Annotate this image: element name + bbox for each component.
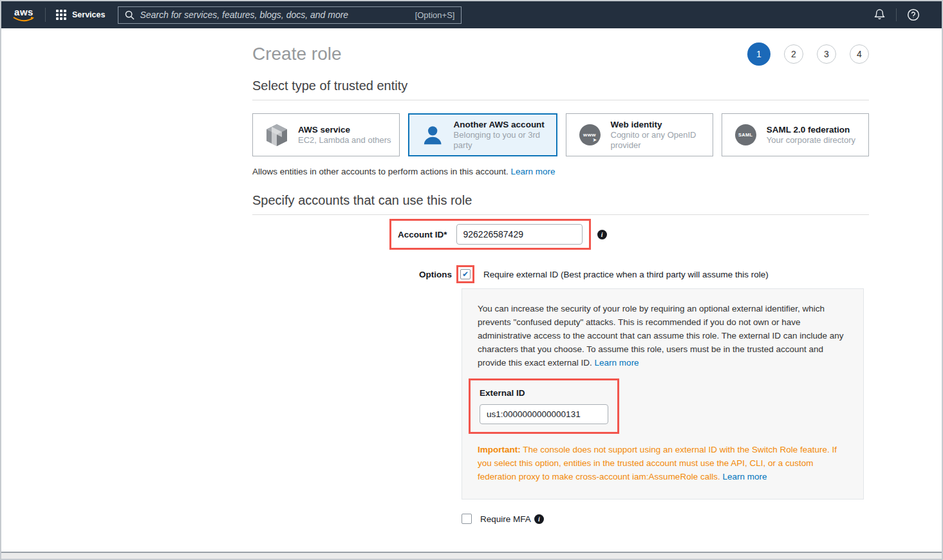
account-id-row: Account ID* i	[252, 219, 869, 250]
search-input[interactable]	[140, 10, 415, 20]
trusted-entity-description: Allows entities in other accounts to per…	[252, 167, 869, 176]
annotation-box-account-id: Account ID*	[389, 219, 591, 250]
check-icon: ✔	[462, 270, 469, 278]
card-saml-federation[interactable]: SAML SAML 2.0 federation Your corporate …	[722, 113, 869, 156]
nav-divider	[45, 8, 46, 22]
wizard-step-1[interactable]: 1	[747, 42, 770, 66]
learn-more-link[interactable]: Learn more	[595, 358, 639, 368]
account-id-input[interactable]	[456, 224, 583, 245]
aws-smile-swoosh-icon	[13, 17, 35, 23]
annotation-box-external-id-checkbox: ✔	[456, 265, 474, 283]
wizard-step-2[interactable]: 2	[784, 44, 803, 64]
card-title: Another AWS account	[454, 119, 556, 130]
require-external-id-checkbox[interactable]: ✔	[460, 269, 471, 279]
external-id-input[interactable]	[480, 404, 608, 424]
global-search-box[interactable]: [Option+S]	[118, 6, 462, 24]
card-another-aws-account[interactable]: Another AWS account Belonging to you or …	[408, 113, 557, 156]
require-mfa-label: Require MFA	[480, 514, 531, 524]
info-icon[interactable]: i	[534, 514, 544, 524]
services-label: Services	[72, 10, 105, 19]
search-icon	[125, 10, 135, 20]
search-shortcut-hint: [Option+S]	[415, 10, 455, 20]
require-mfa-checkbox[interactable]	[462, 514, 472, 524]
require-mfa-row: Require MFA i	[462, 514, 869, 524]
aws-logo-text: aws	[14, 8, 33, 17]
notifications-bell-icon[interactable]	[863, 8, 896, 21]
trusted-entity-cards: AWS service EC2, Lambda and others Anoth…	[252, 113, 869, 156]
wizard-step-3[interactable]: 3	[817, 44, 836, 64]
top-navigation-bar: aws Services [Option+S]	[1, 1, 942, 28]
help-icon[interactable]	[897, 8, 930, 21]
trusted-entity-heading: Select type of trusted entity	[252, 79, 869, 100]
www-icon: www ➤	[579, 124, 601, 145]
services-menu-button[interactable]: Services	[56, 10, 105, 20]
wizard-steps: 1 2 3 4	[747, 42, 869, 66]
aws-console-window: aws Services [Option+S]	[0, 0, 943, 560]
external-id-description: You can increase the security of your ro…	[478, 302, 848, 369]
card-subtitle: Cognito or any OpenID provider	[611, 130, 713, 151]
main-content: Create role 1 2 3 4 Select type of trust…	[252, 28, 869, 560]
card-subtitle: Your corporate directory	[767, 135, 855, 145]
info-icon[interactable]: i	[597, 230, 607, 239]
services-grid-icon	[56, 10, 66, 20]
card-title: AWS service	[298, 124, 391, 135]
card-aws-service[interactable]: AWS service EC2, Lambda and others	[252, 113, 400, 156]
card-subtitle: EC2, Lambda and others	[298, 135, 391, 145]
page-title: Create role	[252, 44, 342, 64]
nav-right-group	[863, 8, 930, 21]
person-icon	[422, 124, 443, 146]
window-bottom-edge	[1, 552, 942, 559]
annotation-box-external-id-field: External ID	[469, 378, 619, 434]
aws-logo[interactable]: aws	[13, 8, 35, 23]
options-row: Options ✔ Require external ID (Best prac…	[252, 265, 869, 283]
external-id-panel: You can increase the security of your ro…	[462, 288, 864, 499]
require-external-id-label: Require external ID (Best practice when …	[483, 270, 769, 279]
cursor-icon: ➤	[592, 137, 597, 143]
card-web-identity[interactable]: www ➤ Web identity Cognito or any OpenID…	[566, 113, 713, 156]
learn-more-link[interactable]: Learn more	[722, 472, 767, 481]
external-id-label: External ID	[480, 388, 525, 398]
options-label: Options	[252, 270, 452, 279]
card-subtitle: Belonging to you or 3rd party	[454, 130, 556, 151]
wizard-step-4[interactable]: 4	[850, 44, 869, 64]
learn-more-link[interactable]: Learn more	[510, 167, 555, 176]
important-label: Important:	[478, 445, 521, 454]
saml-icon: SAML	[735, 124, 756, 145]
card-title: Web identity	[611, 119, 713, 130]
cube-icon	[266, 124, 288, 147]
card-title: SAML 2.0 federation	[767, 124, 855, 135]
account-id-label: Account ID*	[398, 230, 447, 239]
important-warning: Important: The console does not support …	[478, 443, 848, 483]
specify-accounts-heading: Specify accounts that can use this role	[252, 193, 869, 215]
